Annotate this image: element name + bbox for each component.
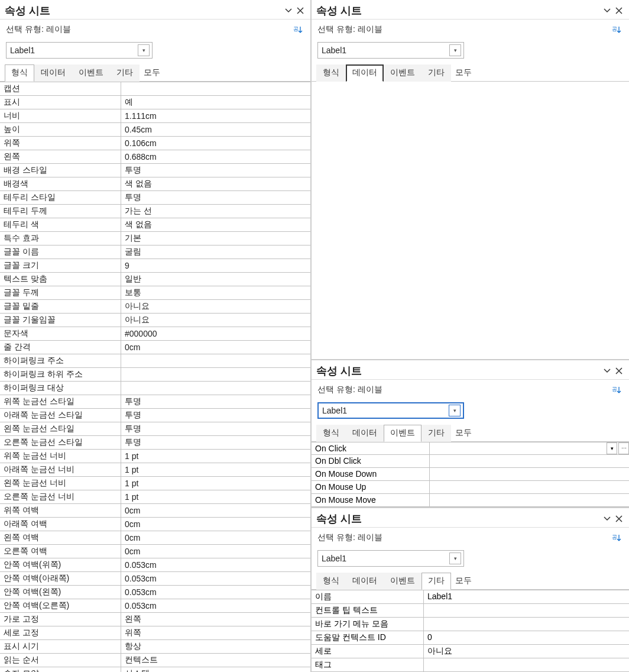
property-row[interactable]: 오른쪽 여백0cm — [0, 545, 310, 558]
property-value[interactable]: 0cm — [121, 545, 310, 558]
property-value[interactable]: #000000 — [121, 327, 310, 340]
property-value[interactable]: 왼쪽 — [121, 613, 310, 626]
property-row[interactable]: 세로아니요 — [312, 645, 629, 658]
property-value[interactable]: 색 없음 — [121, 218, 310, 231]
property-value[interactable]: 0cm — [121, 504, 310, 517]
property-value[interactable]: 0 — [424, 631, 629, 644]
close-icon[interactable] — [614, 366, 624, 376]
tab-etc[interactable]: 기타 — [422, 64, 451, 82]
close-icon[interactable] — [295, 5, 306, 16]
property-value[interactable]: 1 pt — [121, 477, 310, 490]
tab-data[interactable]: 데이터 — [346, 64, 384, 82]
property-row[interactable]: 배경 스타일투명 — [0, 164, 310, 177]
builder-button[interactable]: ⋯ — [618, 442, 629, 454]
property-row[interactable]: 안쪽 여백(아래쪽)0.053cm — [0, 572, 310, 586]
property-row[interactable]: 줄 간격0cm — [0, 341, 310, 354]
event-value[interactable] — [430, 455, 629, 467]
dropdown-icon[interactable]: ▾ — [607, 442, 617, 454]
tab-event[interactable]: 이벤트 — [384, 64, 422, 82]
property-value[interactable]: 컨텍스트 — [121, 654, 310, 667]
property-row[interactable]: 테두리 스타일투명 — [0, 191, 310, 205]
property-row[interactable]: 읽는 순서컨텍스트 — [0, 654, 310, 667]
property-row[interactable]: 아래쪽 눈금선 너비1 pt — [0, 463, 310, 477]
tab-data[interactable]: 데이터 — [346, 573, 384, 590]
sort-button[interactable]: 공 — [610, 531, 623, 544]
property-value[interactable]: 가는 선 — [121, 205, 310, 218]
property-row[interactable]: 하이퍼링크 하위 주소 — [0, 368, 310, 382]
property-row[interactable]: 위쪽 눈금선 스타일투명 — [0, 395, 310, 409]
property-value[interactable]: 일반 — [121, 273, 310, 286]
property-row[interactable]: 아래쪽 눈금선 스타일투명 — [0, 409, 310, 422]
property-value[interactable]: 0cm — [121, 341, 310, 354]
property-row[interactable]: 아래쪽 여백0cm — [0, 518, 310, 531]
property-value[interactable]: 투명 — [121, 395, 310, 408]
event-row[interactable]: On Click▾⋯ — [312, 442, 629, 455]
property-value[interactable]: 0.053cm — [121, 572, 310, 585]
property-row[interactable]: 숫자 모양시스템 — [0, 667, 310, 672]
property-row[interactable]: 바로 가기 메뉴 모음 — [312, 618, 629, 631]
property-row[interactable]: 위쪽0.106cm — [0, 137, 310, 150]
property-value[interactable] — [121, 354, 310, 367]
tab-event[interactable]: 이벤트 — [384, 425, 422, 442]
tab-data[interactable]: 데이터 — [346, 425, 384, 442]
property-row[interactable]: 표시 시기항상 — [0, 640, 310, 654]
property-row[interactable]: 태그 — [312, 658, 629, 672]
property-value[interactable]: 1 pt — [121, 490, 310, 503]
property-value[interactable]: 0.688cm — [121, 150, 310, 163]
property-row[interactable]: 너비1.111cm — [0, 109, 310, 123]
property-value[interactable]: 예 — [121, 96, 310, 109]
property-row[interactable]: 도움말 컨텍스트 ID0 — [312, 631, 629, 645]
property-value[interactable]: 1 pt — [121, 450, 310, 463]
property-value[interactable]: 기본 — [121, 232, 310, 245]
event-row[interactable]: On Mouse Move — [312, 494, 629, 507]
chevron-down-icon[interactable]: ▾ — [449, 553, 461, 564]
property-value[interactable]: 1.111cm — [121, 109, 310, 122]
tab-data[interactable]: 데이터 — [34, 64, 72, 82]
property-row[interactable]: 특수 효과기본 — [0, 232, 310, 245]
property-value[interactable]: 아니요 — [121, 314, 310, 327]
property-row[interactable]: 왼쪽 눈금선 너비1 pt — [0, 477, 310, 490]
property-row[interactable]: 오른쪽 눈금선 너비1 pt — [0, 490, 310, 504]
chevron-down-icon[interactable]: ▾ — [138, 44, 150, 56]
tab-event[interactable]: 이벤트 — [72, 64, 110, 82]
property-value[interactable] — [424, 604, 629, 617]
minimize-icon[interactable] — [283, 5, 294, 16]
property-value[interactable]: 굴림 — [121, 245, 310, 259]
tab-etc[interactable]: 기타 — [422, 573, 451, 590]
property-row[interactable]: 텍스트 맞춤일반 — [0, 273, 310, 286]
tab-all[interactable]: 모두 — [451, 64, 476, 82]
object-select[interactable]: Label1 ▾ — [317, 550, 464, 567]
tab-all[interactable]: 모두 — [451, 573, 476, 590]
property-row[interactable]: 위쪽 눈금선 너비1 pt — [0, 450, 310, 463]
minimize-icon[interactable] — [602, 366, 612, 376]
tab-format[interactable]: 형식 — [316, 425, 346, 442]
property-value[interactable] — [424, 618, 629, 631]
property-row[interactable]: 이름Label1 — [312, 590, 629, 604]
event-value[interactable] — [430, 494, 629, 506]
property-row[interactable]: 글꼴 두께보통 — [0, 286, 310, 300]
event-row[interactable]: On Mouse Up — [312, 481, 629, 494]
property-value[interactable]: 0cm — [121, 531, 310, 544]
sort-button[interactable]: 공 — [610, 383, 623, 396]
tab-etc[interactable]: 기타 — [110, 64, 140, 82]
property-row[interactable]: 왼쪽 눈금선 스타일투명 — [0, 422, 310, 436]
property-row[interactable]: 글꼴 이름굴림 — [0, 245, 310, 259]
property-row[interactable]: 글꼴 크기9 — [0, 259, 310, 273]
property-value[interactable]: 0.053cm — [121, 558, 310, 571]
chevron-down-icon[interactable]: ▾ — [449, 44, 461, 56]
tab-etc[interactable]: 기타 — [422, 425, 451, 442]
property-value[interactable]: 0.106cm — [121, 137, 310, 150]
property-value[interactable] — [424, 658, 629, 671]
tab-all[interactable]: 모두 — [140, 64, 164, 82]
property-row[interactable]: 캡션 — [0, 82, 310, 96]
property-value[interactable]: 0cm — [121, 518, 310, 531]
property-value[interactable]: 시스템 — [121, 667, 310, 672]
minimize-icon[interactable] — [602, 5, 612, 16]
tab-all[interactable]: 모두 — [451, 425, 476, 442]
property-row[interactable]: 표시예 — [0, 96, 310, 109]
chevron-down-icon[interactable]: ▾ — [449, 405, 461, 416]
minimize-icon[interactable] — [602, 513, 612, 524]
tab-event[interactable]: 이벤트 — [384, 573, 422, 590]
object-select[interactable]: Label1 ▾ — [6, 42, 153, 59]
property-row[interactable]: 테두리 두께가는 선 — [0, 205, 310, 218]
